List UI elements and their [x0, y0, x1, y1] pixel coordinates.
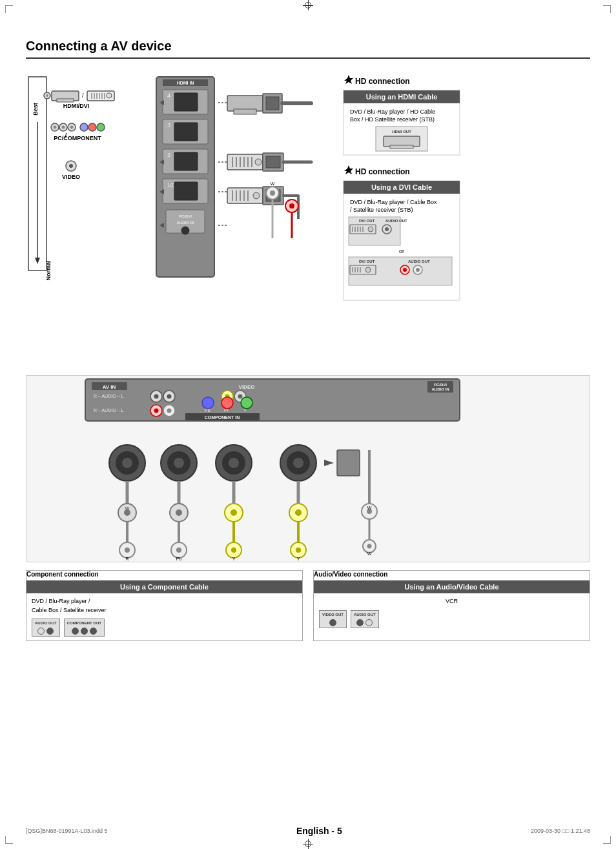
component-out-label: COMPONENT OUT [67, 620, 101, 626]
svg-text:W: W [367, 551, 372, 556]
svg-point-164 [202, 397, 214, 409]
svg-text:PC/DVI: PC/DVI [434, 383, 447, 387]
svg-rect-140 [85, 379, 460, 421]
av-desc: VCR [319, 597, 584, 606]
comp-circle-2 [81, 628, 88, 635]
reg-mark-top [303, 0, 313, 10]
component-out-icon [72, 628, 97, 635]
svg-rect-74 [266, 156, 280, 168]
upper-diagram-svg: Best Normal / HDMI/DVI [26, 70, 590, 367]
audio-circle-r [37, 628, 45, 635]
svg-rect-130 [350, 265, 376, 274]
svg-point-165 [221, 397, 233, 409]
svg-point-89 [270, 190, 275, 196]
av-box-title: Using an Audio/Video Cable [314, 580, 590, 593]
svg-text:AUDIO IN: AUDIO IN [177, 221, 194, 225]
component-out-port: COMPONENT OUT [64, 619, 105, 637]
svg-point-200 [231, 509, 237, 516]
svg-text:4: 4 [167, 92, 170, 99]
component-box-title: Using a Component Cable [26, 580, 302, 593]
av-section-label: Audio/Video connection [314, 571, 590, 578]
svg-text:HD connection: HD connection [355, 167, 410, 176]
svg-point-203 [231, 547, 236, 553]
svg-text:W: W [271, 181, 275, 186]
svg-text:AV IN: AV IN [103, 384, 116, 390]
svg-rect-105 [390, 145, 413, 148]
svg-point-123 [368, 227, 373, 232]
component-desc: DVD / Blu-Ray player / Cable Box / Satel… [32, 597, 297, 615]
audio-out-icon [37, 628, 54, 635]
svg-text:Best: Best [32, 103, 39, 116]
svg-text:HDMI/DVI: HDMI/DVI [63, 103, 90, 109]
svg-point-149 [154, 394, 159, 399]
av-box-body: VCR VIDEO OUT AUDIO OUT [314, 593, 590, 632]
corner-br [603, 836, 611, 844]
svg-point-72 [255, 159, 262, 165]
svg-text:Box / HD Satellite receiver (S: Box / HD Satellite receiver (STB) [350, 116, 435, 123]
conn-boxes-row: Component connection Using a Component C… [26, 570, 590, 641]
audio-circle-l [46, 628, 54, 635]
svg-text:VIDEO: VIDEO [239, 384, 255, 390]
bottom-cables-area: AV IN VIDEO PC/DVI AUDIO IN R – AUDIO – … [26, 375, 590, 562]
svg-text:Y: Y [232, 557, 236, 561]
svg-text:or: or [399, 248, 404, 254]
video-out-label: VIDEO OUT [322, 612, 344, 618]
av-audio-out-label: AUDIO OUT [354, 612, 376, 618]
svg-text:HD connection: HD connection [355, 77, 410, 86]
svg-point-180 [293, 458, 303, 468]
svg-text:AUDIO OUT: AUDIO OUT [408, 260, 430, 263]
svg-point-210 [296, 547, 301, 553]
footer-right: 2009-03-30 □□ 1:21:48 [531, 828, 590, 834]
svg-rect-60 [227, 96, 263, 111]
svg-text:W: W [125, 506, 130, 511]
av-conn-box: Audio/Video connection Using an Audio/Vi… [313, 570, 590, 641]
reg-mark-bottom [303, 839, 313, 849]
component-conn-box: Component connection Using a Component C… [26, 570, 303, 641]
av-audio-circle-r [356, 619, 364, 626]
svg-point-160 [167, 409, 172, 413]
svg-point-171 [122, 458, 132, 468]
svg-point-174 [174, 458, 184, 468]
svg-marker-3 [35, 258, 40, 264]
svg-text:DVD / Blu-Ray player / Cable B: DVD / Blu-Ray player / Cable Box [350, 199, 437, 205]
svg-text:3: 3 [167, 122, 170, 128]
svg-text:Using a DVI Cable: Using a DVI Cable [371, 183, 432, 191]
svg-point-189 [125, 547, 130, 553]
video-out-port: VIDEO OUT [319, 610, 347, 628]
svg-point-139 [416, 268, 420, 272]
svg-point-137 [403, 268, 407, 272]
svg-point-28 [97, 123, 105, 131]
svg-point-20 [54, 126, 57, 129]
svg-point-24 [70, 126, 74, 129]
svg-rect-63 [266, 97, 279, 110]
svg-marker-107 [344, 165, 353, 174]
svg-marker-95 [344, 75, 353, 84]
svg-text:VIDEO: VIDEO [62, 174, 80, 180]
svg-text:R: R [125, 557, 128, 561]
comp-circle-3 [90, 628, 97, 635]
svg-point-158 [154, 409, 159, 413]
svg-text:PC/DVI: PC/DVI [179, 214, 192, 218]
svg-text:Y: Y [297, 557, 300, 561]
svg-rect-45 [174, 152, 198, 170]
page-title: Connecting a AV device [26, 39, 590, 59]
svg-rect-61 [234, 109, 256, 114]
corner-tl [5, 5, 13, 13]
svg-text:DVI OUT: DVI OUT [359, 219, 375, 223]
svg-point-155 [238, 394, 243, 399]
svg-rect-38 [174, 93, 198, 111]
svg-point-207 [295, 509, 302, 516]
audio-out-port: AUDIO OUT [32, 619, 60, 637]
footer-left: [QSG]BN68-01991A-L03.indd 5 [26, 828, 108, 834]
av-ports-row: VIDEO OUT AUDIO OUT [319, 610, 584, 628]
svg-text:W: W [367, 506, 372, 510]
page-content: Connecting a AV device Best Normal / [26, 39, 590, 810]
av-audio-circle-l [365, 619, 373, 626]
av-audio-out-icon [356, 619, 373, 626]
svg-marker-181 [324, 460, 334, 466]
svg-text:DVD / Blu-Ray player / HD Cabl: DVD / Blu-Ray player / HD Cable [350, 108, 435, 115]
svg-point-177 [229, 458, 239, 468]
footer-center: English - 5 [296, 826, 342, 836]
svg-point-15 [107, 93, 112, 98]
component-section-label: Component connection [26, 571, 302, 578]
